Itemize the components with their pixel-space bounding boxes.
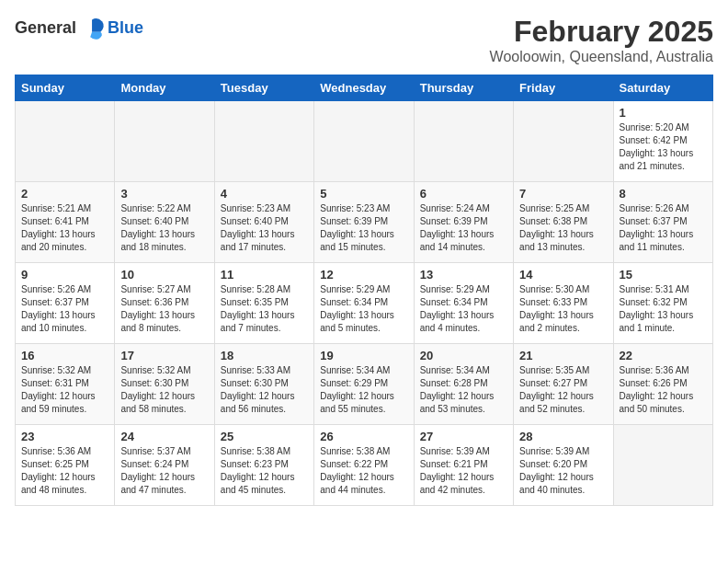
week-row-4: 16Sunrise: 5:32 AM Sunset: 6:31 PM Dayli… (16, 344, 713, 425)
day-info: Sunrise: 5:29 AM Sunset: 6:34 PM Dayligh… (320, 283, 407, 335)
day-number: 12 (320, 268, 407, 282)
calendar-cell: 22Sunrise: 5:36 AM Sunset: 6:26 PM Dayli… (613, 344, 712, 425)
calendar-table: SundayMondayTuesdayWednesdayThursdayFrid… (15, 75, 713, 506)
calendar-cell: 3Sunrise: 5:22 AM Sunset: 6:40 PM Daylig… (115, 182, 214, 263)
calendar-cell: 19Sunrise: 5:34 AM Sunset: 6:29 PM Dayli… (314, 344, 414, 425)
day-number: 1 (620, 106, 707, 120)
day-number: 26 (320, 430, 407, 443)
weekday-header-sunday: Sunday (16, 75, 115, 101)
day-info: Sunrise: 5:20 AM Sunset: 6:42 PM Dayligh… (620, 121, 707, 173)
calendar-cell: 23Sunrise: 5:36 AM Sunset: 6:25 PM Dayli… (16, 425, 115, 506)
calendar-cell: 9Sunrise: 5:26 AM Sunset: 6:37 PM Daylig… (16, 263, 115, 344)
day-info: Sunrise: 5:36 AM Sunset: 6:25 PM Dayligh… (21, 445, 108, 497)
calendar-cell (613, 425, 712, 506)
day-number: 5 (320, 187, 407, 201)
calendar-cell: 15Sunrise: 5:31 AM Sunset: 6:32 PM Dayli… (613, 263, 712, 344)
logo-icon (80, 15, 106, 40)
day-number: 24 (120, 430, 208, 443)
day-info: Sunrise: 5:26 AM Sunset: 6:37 PM Dayligh… (620, 202, 707, 254)
day-number: 6 (420, 187, 507, 201)
day-number: 11 (221, 268, 308, 282)
week-row-5: 23Sunrise: 5:36 AM Sunset: 6:25 PM Dayli… (16, 425, 713, 506)
day-number: 2 (21, 187, 108, 201)
day-number: 8 (620, 187, 707, 201)
day-number: 16 (21, 349, 108, 362)
day-number: 20 (420, 349, 507, 362)
day-number: 25 (221, 430, 308, 443)
weekday-header-tuesday: Tuesday (214, 75, 313, 101)
logo: General Blue (15, 15, 143, 40)
calendar-cell: 28Sunrise: 5:39 AM Sunset: 6:20 PM Dayli… (514, 425, 613, 506)
day-number: 23 (21, 430, 108, 443)
location-subtitle: Wooloowin, Queensland, Australia (490, 49, 713, 65)
weekday-header-monday: Monday (115, 75, 214, 101)
title-area: February 2025 Wooloowin, Queensland, Aus… (490, 15, 713, 65)
day-number: 15 (620, 268, 707, 282)
calendar-cell: 6Sunrise: 5:24 AM Sunset: 6:39 PM Daylig… (414, 182, 513, 263)
calendar-cell: 12Sunrise: 5:29 AM Sunset: 6:34 PM Dayli… (314, 263, 414, 344)
day-info: Sunrise: 5:38 AM Sunset: 6:22 PM Dayligh… (320, 445, 407, 497)
logo-general: General (15, 18, 76, 38)
calendar-cell: 26Sunrise: 5:38 AM Sunset: 6:22 PM Dayli… (314, 425, 414, 506)
day-info: Sunrise: 5:32 AM Sunset: 6:31 PM Dayligh… (21, 364, 108, 416)
calendar-cell: 25Sunrise: 5:38 AM Sunset: 6:23 PM Dayli… (214, 425, 313, 506)
calendar-cell: 27Sunrise: 5:39 AM Sunset: 6:21 PM Dayli… (414, 425, 513, 506)
calendar-cell: 4Sunrise: 5:23 AM Sunset: 6:40 PM Daylig… (214, 182, 313, 263)
day-number: 10 (120, 268, 208, 282)
calendar-cell: 14Sunrise: 5:30 AM Sunset: 6:33 PM Dayli… (514, 263, 613, 344)
calendar-cell: 10Sunrise: 5:27 AM Sunset: 6:36 PM Dayli… (115, 263, 214, 344)
day-number: 19 (320, 349, 407, 362)
week-row-2: 2Sunrise: 5:21 AM Sunset: 6:41 PM Daylig… (16, 182, 713, 263)
day-info: Sunrise: 5:24 AM Sunset: 6:39 PM Dayligh… (420, 202, 507, 254)
day-number: 27 (420, 430, 507, 443)
day-info: Sunrise: 5:39 AM Sunset: 6:20 PM Dayligh… (519, 445, 607, 497)
week-row-3: 9Sunrise: 5:26 AM Sunset: 6:37 PM Daylig… (16, 263, 713, 344)
day-number: 21 (519, 349, 607, 362)
day-number: 18 (221, 349, 308, 362)
day-info: Sunrise: 5:36 AM Sunset: 6:26 PM Dayligh… (620, 364, 707, 416)
calendar-cell: 5Sunrise: 5:23 AM Sunset: 6:39 PM Daylig… (314, 182, 414, 263)
day-info: Sunrise: 5:38 AM Sunset: 6:23 PM Dayligh… (221, 445, 308, 497)
calendar-cell (314, 101, 414, 182)
calendar-cell: 18Sunrise: 5:33 AM Sunset: 6:30 PM Dayli… (214, 344, 313, 425)
day-number: 22 (620, 349, 707, 362)
weekday-header-row: SundayMondayTuesdayWednesdayThursdayFrid… (16, 75, 713, 101)
day-info: Sunrise: 5:32 AM Sunset: 6:30 PM Dayligh… (120, 364, 208, 416)
month-year-title: February 2025 (490, 15, 713, 49)
calendar-cell: 20Sunrise: 5:34 AM Sunset: 6:28 PM Dayli… (414, 344, 513, 425)
calendar-cell (214, 101, 313, 182)
day-info: Sunrise: 5:34 AM Sunset: 6:28 PM Dayligh… (420, 364, 507, 416)
calendar-cell: 24Sunrise: 5:37 AM Sunset: 6:24 PM Dayli… (115, 425, 214, 506)
day-number: 7 (519, 187, 607, 201)
day-info: Sunrise: 5:31 AM Sunset: 6:32 PM Dayligh… (620, 283, 707, 335)
calendar-cell: 13Sunrise: 5:29 AM Sunset: 6:34 PM Dayli… (414, 263, 513, 344)
day-info: Sunrise: 5:26 AM Sunset: 6:37 PM Dayligh… (21, 283, 108, 335)
calendar-cell: 1Sunrise: 5:20 AM Sunset: 6:42 PM Daylig… (613, 101, 712, 182)
calendar-cell: 2Sunrise: 5:21 AM Sunset: 6:41 PM Daylig… (16, 182, 115, 263)
calendar-cell: 21Sunrise: 5:35 AM Sunset: 6:27 PM Dayli… (514, 344, 613, 425)
page-header: General Blue February 2025 Wooloowin, Qu… (15, 15, 713, 65)
logo-blue: Blue (108, 18, 143, 38)
day-info: Sunrise: 5:29 AM Sunset: 6:34 PM Dayligh… (420, 283, 507, 335)
day-info: Sunrise: 5:27 AM Sunset: 6:36 PM Dayligh… (120, 283, 208, 335)
calendar-cell (115, 101, 214, 182)
calendar-cell: 16Sunrise: 5:32 AM Sunset: 6:31 PM Dayli… (16, 344, 115, 425)
day-number: 9 (21, 268, 108, 282)
day-info: Sunrise: 5:21 AM Sunset: 6:41 PM Dayligh… (21, 202, 108, 254)
day-number: 17 (120, 349, 208, 362)
weekday-header-thursday: Thursday (414, 75, 513, 101)
day-info: Sunrise: 5:22 AM Sunset: 6:40 PM Dayligh… (120, 202, 208, 254)
calendar-cell: 8Sunrise: 5:26 AM Sunset: 6:37 PM Daylig… (613, 182, 712, 263)
day-info: Sunrise: 5:34 AM Sunset: 6:29 PM Dayligh… (320, 364, 407, 416)
day-info: Sunrise: 5:35 AM Sunset: 6:27 PM Dayligh… (519, 364, 607, 416)
weekday-header-wednesday: Wednesday (314, 75, 414, 101)
day-info: Sunrise: 5:25 AM Sunset: 6:38 PM Dayligh… (519, 202, 607, 254)
day-info: Sunrise: 5:37 AM Sunset: 6:24 PM Dayligh… (120, 445, 208, 497)
day-info: Sunrise: 5:23 AM Sunset: 6:40 PM Dayligh… (221, 202, 308, 254)
day-number: 28 (519, 430, 607, 443)
day-info: Sunrise: 5:39 AM Sunset: 6:21 PM Dayligh… (420, 445, 507, 497)
day-number: 3 (120, 187, 208, 201)
weekday-header-saturday: Saturday (613, 75, 712, 101)
calendar-cell (514, 101, 613, 182)
day-info: Sunrise: 5:28 AM Sunset: 6:35 PM Dayligh… (221, 283, 308, 335)
